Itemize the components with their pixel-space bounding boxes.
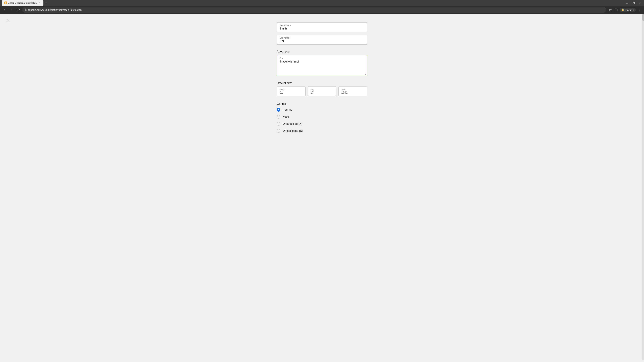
last-name-input-wrapper[interactable]: Last name * Deli	[277, 35, 367, 44]
bookmark-button[interactable]	[608, 7, 613, 12]
about-you-heading: About you	[277, 50, 367, 53]
day-field[interactable]: Day 17	[308, 86, 336, 96]
svg-point-5	[639, 10, 640, 10]
incognito-icon: 🕵	[621, 8, 624, 11]
unspecified-radio-label: Unspecified (X)	[283, 122, 302, 125]
dob-fields-container: Month 01 Day 17 Year 1992	[277, 86, 367, 96]
bio-textarea[interactable]: Travel with me!	[280, 60, 364, 73]
svg-point-6	[639, 11, 640, 11]
month-label: Month	[280, 88, 303, 91]
svg-rect-2	[615, 9, 617, 11]
url-input[interactable]	[28, 8, 604, 11]
window-controls: — ❐ ✕	[624, 1, 642, 6]
male-radio-button[interactable]	[277, 115, 280, 119]
month-field[interactable]: Month 01	[277, 86, 306, 96]
gender-unspecified-option[interactable]: Unspecified (X)	[277, 122, 367, 126]
tab-strip: E Account personal information × + — ❐ ✕	[0, 0, 644, 6]
scrollbar-thumb[interactable]	[642, 14, 644, 21]
dob-heading: Date of birth	[277, 81, 367, 85]
gender-female-option[interactable]: Female	[277, 108, 367, 112]
close-window-button[interactable]: ✕	[638, 1, 642, 6]
middle-name-input-wrapper[interactable]: Middle name Smith	[277, 22, 367, 32]
sidebar-button[interactable]	[614, 7, 619, 12]
tab-close-button[interactable]: ×	[38, 1, 40, 4]
female-radio-label: Female	[283, 108, 292, 111]
gender-section: Gender Female Male Unspecified (X) Undis…	[277, 102, 367, 136]
back-button[interactable]	[2, 7, 8, 12]
year-value: 1992	[341, 91, 348, 94]
date-of-birth-section: Date of birth Month 01 Day 17 Year 1992	[277, 80, 367, 96]
navigation-bar: 🕵 Incognito	[0, 6, 644, 14]
bio-label: Bio	[280, 57, 364, 59]
svg-marker-1	[609, 9, 612, 11]
undisclosed-radio-label: Undisclosed (U)	[283, 129, 303, 133]
bio-input-wrapper[interactable]: Bio Travel with me!	[277, 55, 367, 76]
last-name-field: Last name * Deli	[277, 35, 367, 44]
incognito-label: Incognito	[626, 9, 634, 11]
reload-button[interactable]	[16, 7, 21, 12]
lock-icon	[24, 8, 27, 11]
browser-chrome: E Account personal information × + — ❐ ✕	[0, 0, 644, 14]
day-value: 17	[310, 91, 314, 94]
middle-name-value: Smith	[280, 27, 287, 30]
active-tab[interactable]: E Account personal information ×	[2, 0, 44, 6]
year-label: Year	[341, 88, 364, 91]
menu-button[interactable]	[636, 7, 642, 12]
middle-name-label: Middle name	[280, 24, 364, 27]
female-radio-button[interactable]	[277, 108, 280, 112]
address-bar[interactable]	[22, 7, 606, 13]
svg-point-4	[639, 9, 640, 9]
resize-handle[interactable]	[364, 73, 366, 75]
middle-name-field: Middle name Smith	[277, 22, 367, 32]
about-you-section: About you Bio Travel with me!	[277, 49, 367, 76]
incognito-indicator: 🕵 Incognito	[620, 8, 636, 12]
nav-right-buttons: 🕵 Incognito	[608, 7, 642, 12]
year-field[interactable]: Year 1992	[338, 86, 367, 96]
minimize-button[interactable]: —	[624, 1, 630, 6]
gender-undisclosed-option[interactable]: Undisclosed (U)	[277, 129, 367, 133]
last-name-label: Last name *	[280, 37, 364, 39]
unspecified-radio-button[interactable]	[277, 122, 280, 126]
gender-heading: Gender	[277, 102, 367, 106]
undisclosed-radio-button[interactable]	[277, 129, 280, 133]
forward-button[interactable]	[9, 7, 14, 12]
last-name-value: Deli	[280, 39, 284, 42]
page-content: Middle name Smith Last name * Deli About…	[0, 14, 644, 360]
male-radio-label: Male	[283, 115, 289, 118]
svg-rect-0	[25, 9, 26, 10]
form-container: Middle name Smith Last name * Deli About…	[275, 22, 369, 136]
month-value: 01	[280, 91, 283, 94]
day-label: Day	[310, 88, 334, 91]
scrollbar[interactable]	[642, 14, 644, 360]
gender-male-option[interactable]: Male	[277, 115, 367, 119]
new-tab-button[interactable]: +	[44, 0, 49, 6]
close-form-button[interactable]	[5, 17, 11, 23]
maximize-button[interactable]: ❐	[631, 1, 636, 6]
tab-title: Account personal information	[8, 2, 36, 4]
tab-favicon: E	[4, 1, 7, 4]
